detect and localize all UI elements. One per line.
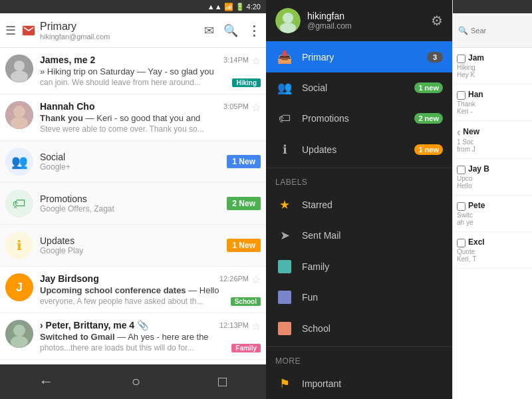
updates-new-badge: 1 New — [227, 239, 261, 252]
status-icons: ▲▲ 📶 🔋 4:20 — [207, 3, 261, 11]
menu-icon[interactable]: ☰ — [5, 23, 16, 38]
social-icon: 👥 — [275, 80, 294, 95]
checkbox-pete[interactable] — [457, 202, 466, 211]
drawer-item-important[interactable]: ⚑ Important — [266, 368, 452, 399]
category-item-promotions[interactable]: 🏷 Promotions Google Offers, Zagat 2 New — [0, 183, 266, 225]
right-item-han[interactable]: Han Thank Keri - — [453, 84, 532, 121]
email-sender-jay: Jay Birdsong — [40, 273, 99, 284]
email-time-jay: 12:26PM — [219, 275, 249, 283]
right-item-new[interactable]: ‹ New 1 Soc from J — [453, 121, 532, 159]
checkbox-han[interactable] — [457, 91, 466, 100]
checkbox-jay[interactable] — [457, 166, 466, 174]
checkbox-jam[interactable] — [457, 55, 466, 63]
drawer-primary-label: Primary — [302, 52, 427, 63]
tag-hiking: Hiking — [232, 78, 261, 87]
divider-1 — [266, 168, 452, 168]
drawer-item-updates[interactable]: ℹ Updates 1 new — [266, 134, 452, 165]
fun-label-icon — [275, 291, 294, 304]
email-item-exclusive[interactable]: E Exclusive Electricals 📎 11:21AM Quote … — [0, 360, 266, 364]
right-name-new: New — [463, 127, 479, 136]
right-name-han: Han — [468, 90, 483, 99]
email-subject-james: » Hiking trip on Saturday — Yay - so gla… — [40, 66, 249, 76]
search-icon[interactable]: 🔍 — [223, 23, 238, 38]
right-text-jay: Upco — [457, 175, 528, 182]
email-item-james[interactable]: James, me 2 3:14PM » Hiking trip on Satu… — [0, 48, 266, 94]
star-icon-hannah[interactable]: ☆ — [251, 101, 261, 114]
social-category-sub: Google+ — [40, 162, 227, 172]
email-content-peter: › Peter, Brittany, me 4 📎 12:13PM Switch… — [40, 320, 249, 352]
drawer-item-social[interactable]: 👥 Social 1 new — [266, 72, 452, 103]
right-item-pete[interactable]: Pete Switc ah ye — [453, 196, 532, 232]
avatar-hannah — [5, 101, 33, 129]
category-item-updates[interactable]: ℹ Updates Google Play 1 New — [0, 225, 266, 267]
star-icon-james[interactable]: ☆ — [251, 55, 261, 67]
drawer-header: hikingfan @gmail.com ⚙ — [266, 0, 452, 41]
email-body-jay: everyone, A few people have asked about … — [40, 297, 249, 306]
email-item-hannah[interactable]: Hannah Cho 3:05PM Thank you — Keri - so … — [0, 94, 266, 141]
right-text-han: Thank — [457, 100, 528, 108]
social-category-name: Social — [40, 152, 227, 162]
compose-icon[interactable]: ✉ — [204, 23, 214, 38]
right-name-jay: Jay B — [468, 164, 489, 174]
social-drawer-badge: 1 new — [414, 82, 443, 93]
drawer-item-primary[interactable]: 📥 Primary 3 — [266, 41, 452, 72]
back-button[interactable]: ← — [39, 373, 54, 390]
right-search-input[interactable] — [471, 27, 527, 35]
sent-icon: ➤ — [275, 228, 294, 243]
tag-school: School — [231, 297, 261, 306]
right-text2-jay: Hello — [457, 182, 528, 190]
updates-drawer-badge: 1 new — [414, 144, 443, 155]
right-search-bar[interactable]: 🔍 — [453, 13, 532, 48]
email-content-jay: Jay Birdsong 12:26PM Upcoming school con… — [40, 273, 249, 306]
right-status-bar — [453, 0, 532, 13]
email-content-hannah: Hannah Cho 3:05PM Thank you — Keri - so … — [40, 101, 249, 134]
drawer-starred-label: Starred — [302, 200, 443, 210]
email-sender-hannah: Hannah Cho — [40, 101, 94, 112]
checkbox-excl[interactable] — [457, 239, 466, 247]
tag-family: Family — [231, 344, 261, 352]
home-button[interactable]: ○ — [132, 373, 140, 390]
toolbar-title: Primary — [40, 21, 204, 33]
drawer-avatar — [275, 8, 301, 33]
email-list: James, me 2 3:14PM » Hiking trip on Satu… — [0, 48, 266, 364]
promotions-category-text: Promotions Google Offers, Zagat — [40, 194, 227, 213]
email-subject-jay: Upcoming school conference dates — Hello — [40, 285, 249, 295]
email-item-jay[interactable]: J Jay Birdsong 12:26PM Upcoming school c… — [0, 267, 266, 313]
right-item-excl[interactable]: Excl Quote Keri, T — [453, 232, 532, 269]
email-sender-james: James, me 2 — [40, 55, 95, 65]
email-item-peter[interactable]: › Peter, Brittany, me 4 📎 12:13PM Switch… — [0, 313, 266, 360]
right-item-jam[interactable]: Jam Hiking Hey K — [453, 48, 532, 84]
more-options-icon[interactable]: ⋮ — [247, 23, 261, 39]
right-text2-pete: ah ye — [457, 219, 528, 226]
star-icon-peter[interactable]: ☆ — [251, 320, 261, 332]
right-text-jam: Hiking — [457, 64, 528, 71]
drawer-item-sent[interactable]: ➤ Sent Mail — [266, 220, 452, 251]
drawer-item-family[interactable]: Family — [266, 251, 452, 282]
drawer-social-label: Social — [302, 82, 414, 93]
recent-button[interactable]: □ — [218, 373, 227, 390]
primary-inbox-icon: 📥 — [275, 50, 294, 65]
email-body-james: can join. We should leave from here arou… — [40, 78, 249, 87]
star-icon-jay[interactable]: ☆ — [251, 273, 261, 286]
drawer-item-school[interactable]: School — [266, 313, 452, 343]
social-category-text: Social Google+ — [40, 152, 227, 172]
labels-section-header: Labels — [266, 171, 452, 190]
drawer-fun-label: Fun — [302, 292, 443, 303]
right-search-icon: 🔍 — [458, 26, 468, 35]
toolbar-title-area: Primary hikingfan@gmail.com — [40, 21, 204, 41]
category-item-social[interactable]: 👥 Social Google+ 1 New — [0, 141, 266, 183]
drawer-item-fun[interactable]: Fun — [266, 282, 452, 313]
right-item-jay[interactable]: Jay B Upco Hello — [453, 159, 532, 196]
updates-category-text: Updates Google Play — [40, 235, 227, 255]
family-label-icon — [275, 260, 294, 273]
updates-category-sub: Google Play — [40, 246, 227, 255]
right-text2-new: from J — [457, 146, 528, 153]
drawer-item-starred[interactable]: ★ Starred — [266, 190, 452, 220]
email-subject-hannah: Thank you — Keri - so good that you and — [40, 113, 249, 123]
drawer-item-promotions[interactable]: 🏷 Promotions 2 new — [266, 103, 452, 134]
promotions-icon: 🏷 — [275, 112, 294, 126]
social-new-badge: 1 New — [227, 155, 261, 168]
settings-icon[interactable]: ⚙ — [431, 13, 443, 29]
email-time-peter: 12:13PM — [219, 321, 249, 329]
drawer-family-label: Family — [302, 261, 443, 272]
